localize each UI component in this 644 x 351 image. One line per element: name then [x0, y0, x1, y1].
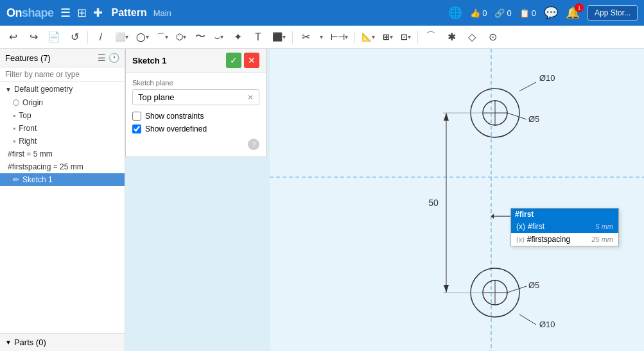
origin-icon — [13, 99, 19, 106]
features-header: Features (7) ☰ 🕐 — [0, 49, 125, 67]
tree-item-front[interactable]: ▪ Front — [0, 122, 125, 135]
copy-button[interactable]: 📄 — [45, 28, 63, 46]
shape-dropdown[interactable]: ⬜▾ — [112, 31, 131, 43]
construct-icon: ⬛ — [272, 32, 283, 42]
show-overdefined-checkbox[interactable] — [132, 124, 141, 133]
sketch-panel-title: Sketch 1 — [132, 56, 166, 65]
pattern-dropdown[interactable]: ⊡▾ — [398, 31, 413, 43]
mirror-icon: ⊢⊣ — [331, 32, 345, 42]
dim-dia10-top: Ø10 — [539, 73, 555, 83]
feature-list-icon[interactable]: ☰ — [98, 53, 106, 63]
sketch-body: Sketch plane Top plane ✕ Show constraint… — [126, 73, 266, 157]
dim-dropdown[interactable]: 📐▾ — [359, 31, 378, 43]
default-geometry-group[interactable]: ▼ Default geometry — [0, 82, 125, 96]
text-tool[interactable]: T — [249, 28, 267, 46]
offset-tool[interactable]: ◇ — [463, 28, 481, 46]
autocomplete-item-1[interactable]: (x) #firstspacing 25 mm — [511, 233, 618, 246]
folder-icon-top: ▪ — [13, 111, 15, 120]
logo: Onshape — [6, 6, 54, 20]
circle-dropdown[interactable]: ◯▾ — [134, 31, 152, 43]
canvas-area[interactable]: Sketch 1 ✓ ✕ Sketch plane Top plane ✕ Sh… — [125, 49, 644, 351]
globe-icon[interactable]: 🌐 — [448, 6, 462, 20]
sketch-panel-buttons: ✓ ✕ — [226, 53, 259, 68]
link-icon: 🔗 — [494, 8, 505, 18]
history-icon[interactable]: 🕐 — [109, 53, 119, 63]
folder-icon-right: ▪ — [13, 137, 15, 146]
show-overdefined-option[interactable]: Show overdefined — [132, 124, 259, 133]
show-constraints-option[interactable]: Show constraints — [132, 112, 259, 121]
sketch-plane-select[interactable]: Top plane ✕ — [132, 89, 259, 105]
redo-button[interactable]: ↪ — [24, 28, 42, 46]
view-icon[interactable]: ⊞ — [77, 6, 87, 20]
sketch-options: Show constraints Show overdefined — [132, 112, 259, 133]
sidebar: Features (7) ☰ 🕐 ▼ Default geometry Orig… — [0, 49, 125, 351]
sketch-ok-button[interactable]: ✓ — [226, 53, 241, 68]
chat-icon[interactable]: 💬 — [544, 6, 558, 20]
svg-rect-1 — [270, 49, 644, 351]
trim-dropdown[interactable]: ▾ — [317, 32, 326, 42]
help-icon[interactable]: ? — [248, 139, 259, 150]
undo-button[interactable]: ↩ — [4, 28, 22, 46]
docs-count: 0 — [532, 8, 536, 18]
curve-dropdown[interactable]: ⌣▾ — [212, 31, 226, 44]
intersect-tool[interactable]: ⊙ — [483, 28, 501, 46]
polygon-dropdown[interactable]: ⬡▾ — [173, 31, 189, 43]
tree-item-right[interactable]: ▪ Right — [0, 135, 125, 148]
tree-item-front-label: Front — [19, 124, 37, 133]
spline-tool[interactable]: 〜 — [191, 28, 209, 46]
group-arrow-icon: ▼ — [5, 86, 12, 93]
parts-header[interactable]: ▼ Parts (0) — [0, 334, 125, 351]
arc-dropdown[interactable]: ⌒▾ — [154, 30, 171, 44]
tree-item-top[interactable]: ▪ Top — [0, 109, 125, 122]
ac-label-1: (x) #firstspacing — [516, 235, 570, 244]
var-firstspacing: #firstspacing = 25 mm — [0, 160, 125, 173]
fillet-tool[interactable]: ⌒ — [422, 28, 440, 46]
construct-dropdown[interactable]: ⬛▾ — [270, 31, 288, 43]
links-stat: 🔗 0 — [494, 8, 511, 18]
circle-icon: ◯ — [136, 32, 146, 42]
edit-icon[interactable]: ✚ — [93, 6, 103, 20]
features-label: Features (7) — [5, 53, 51, 63]
constraint-dropdown[interactable]: ⊞▾ — [380, 31, 396, 43]
notification-icon[interactable]: 🔔1 — [566, 6, 580, 20]
reset-button[interactable]: ↺ — [65, 28, 83, 46]
autocomplete-dropdown[interactable]: #first (x) #first 5 mm (x) #firstspacing… — [510, 208, 619, 246]
sketch-panel-header: Sketch 1 ✓ ✕ — [126, 49, 266, 73]
show-constraints-checkbox[interactable] — [132, 112, 141, 121]
pattern-icon: ⊡ — [401, 32, 408, 42]
separator-3 — [354, 31, 355, 44]
thumbs-up-icon: 👍 — [470, 8, 480, 18]
ac-item-1-icon: (x) — [516, 235, 525, 243]
sketch-cancel-button[interactable]: ✕ — [244, 53, 259, 68]
tree-item-origin[interactable]: Origin — [0, 96, 125, 109]
parts-label: Parts (0) — [14, 338, 46, 347]
point-tool[interactable]: ✦ — [229, 28, 247, 46]
filter-input[interactable] — [0, 67, 125, 82]
ac-label-0: (x) #first — [516, 222, 544, 231]
var-first: #first = 5 mm — [0, 148, 125, 160]
ac-item-1-value: 25 mm — [591, 235, 613, 243]
dim-icon: 📐 — [361, 32, 372, 42]
convert-tool[interactable]: ✱ — [442, 28, 460, 46]
likes-count: 0 — [482, 8, 487, 18]
ac-item-0-icon: (x) — [516, 222, 525, 231]
tree-item-sketch1[interactable]: ✏ Sketch 1 — [0, 173, 125, 186]
default-geometry-label: Default geometry — [14, 85, 73, 94]
mirror-dropdown[interactable]: ⊢⊣▾ — [328, 31, 351, 43]
tree-item-origin-label: Origin — [22, 98, 43, 107]
ac-item-0-label: #first — [528, 222, 544, 231]
app-store-button[interactable]: App Stor... — [587, 5, 638, 21]
trim-tool[interactable]: ✂ — [297, 28, 315, 46]
curve-icon: ⌣ — [214, 32, 220, 42]
autocomplete-item-0[interactable]: (x) #first 5 mm — [511, 220, 618, 233]
line-tool[interactable]: / — [92, 28, 110, 46]
shape-icon: ⬜ — [115, 32, 125, 42]
ac-item-1-label: #firstspacing — [527, 235, 570, 244]
tree-item-sketch1-label: Sketch 1 — [22, 175, 53, 184]
hamburger-menu-icon[interactable]: ☰ — [60, 6, 71, 20]
var-firstspacing-label: #firstspacing = 25 mm — [8, 162, 83, 171]
dim-dia5-bottom: Ø5 — [528, 280, 539, 290]
autocomplete-input[interactable]: #first — [511, 209, 618, 220]
links-count: 0 — [507, 8, 511, 18]
sketch-plane-clear-icon[interactable]: ✕ — [247, 93, 254, 102]
